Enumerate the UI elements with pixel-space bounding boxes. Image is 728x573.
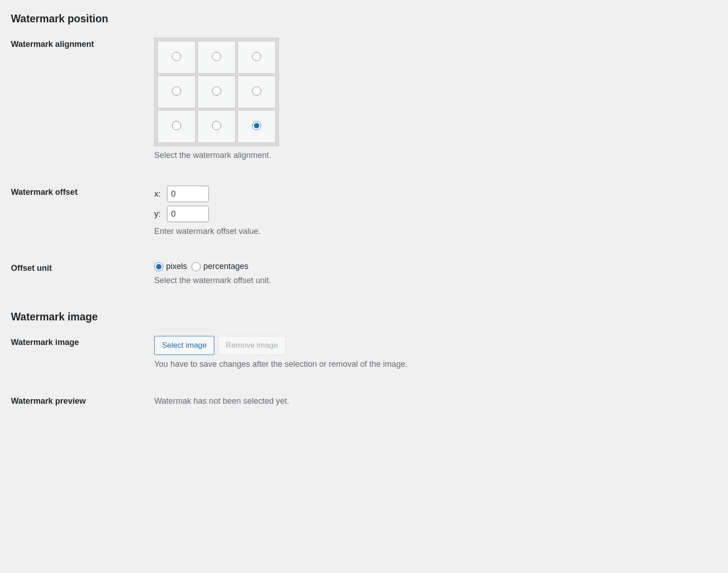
alignment-top-left[interactable] bbox=[172, 52, 181, 61]
offset-x-input[interactable] bbox=[167, 186, 209, 202]
alignment-bottom-right[interactable] bbox=[252, 121, 261, 130]
offset-y-label: y: bbox=[154, 209, 163, 219]
alignment-grid bbox=[154, 38, 279, 146]
alignment-bottom-left[interactable] bbox=[172, 121, 181, 130]
alignment-middle-center[interactable] bbox=[212, 86, 221, 96]
alignment-description: Select the watermark alignment. bbox=[154, 151, 717, 160]
offset-unit-description: Select the watermark offset unit. bbox=[154, 276, 717, 285]
watermark-image-description: You have to save changes after the selec… bbox=[154, 360, 717, 369]
alignment-middle-left[interactable] bbox=[172, 86, 181, 96]
preview-message: Watermak has not been selected yet. bbox=[154, 396, 717, 406]
offset-label: Watermark offset bbox=[11, 186, 154, 197]
alignment-top-right[interactable] bbox=[252, 52, 261, 61]
alignment-top-center[interactable] bbox=[212, 52, 221, 61]
offset-unit-label: Offset unit bbox=[11, 262, 154, 273]
alignment-middle-right[interactable] bbox=[252, 86, 261, 96]
offset-unit-pixels-radio[interactable] bbox=[154, 262, 163, 271]
section-heading-position: Watermark position bbox=[11, 13, 717, 25]
section-heading-image: Watermark image bbox=[11, 311, 717, 323]
offset-unit-pixels-text: pixels bbox=[166, 262, 187, 271]
alignment-bottom-center[interactable] bbox=[212, 121, 221, 130]
offset-unit-percentages-radio[interactable] bbox=[192, 262, 201, 271]
select-image-button[interactable]: Select image bbox=[154, 336, 214, 355]
offset-unit-percentages-label[interactable]: percentages bbox=[192, 262, 248, 271]
offset-unit-pixels-label[interactable]: pixels bbox=[154, 262, 187, 271]
offset-y-input[interactable] bbox=[167, 206, 209, 222]
offset-description: Enter watermark offset value. bbox=[154, 227, 717, 236]
preview-label: Watermark preview bbox=[11, 395, 154, 406]
alignment-label: Watermark alignment bbox=[11, 38, 154, 49]
offset-unit-percentages-text: percentages bbox=[203, 262, 248, 271]
watermark-image-label: Watermark image bbox=[11, 336, 154, 347]
offset-x-label: x: bbox=[154, 189, 163, 199]
remove-image-button[interactable]: Remove image bbox=[218, 336, 285, 355]
